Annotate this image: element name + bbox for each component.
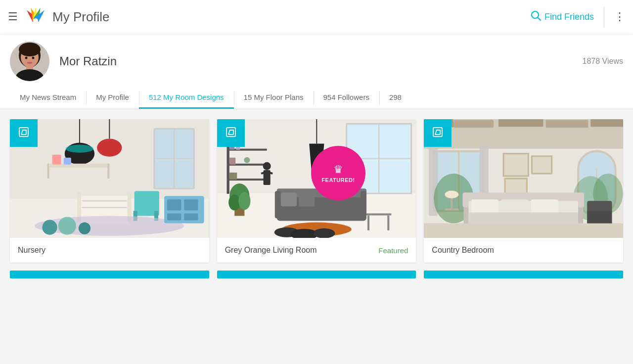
svg-rect-69 bbox=[229, 158, 235, 165]
svg-point-47 bbox=[79, 223, 90, 234]
svg-point-92 bbox=[238, 192, 250, 210]
svg-point-85 bbox=[313, 228, 335, 238]
featured-badge: ♛ FEATURED! bbox=[311, 146, 365, 200]
room-card-footer-bedroom: Country Bedroom bbox=[424, 238, 623, 263]
svg-rect-50 bbox=[184, 199, 198, 210]
svg-rect-124 bbox=[471, 199, 498, 213]
profile-name-area: Mor Ratzin bbox=[59, 54, 583, 68]
svg-rect-125 bbox=[501, 199, 528, 213]
svg-rect-17 bbox=[19, 128, 28, 136]
room-title-bedroom: Country Bedroom bbox=[432, 246, 494, 255]
room-image-nursery bbox=[10, 119, 209, 238]
room-image-bedroom bbox=[424, 119, 623, 238]
tab-following[interactable]: 298 bbox=[379, 87, 411, 109]
svg-rect-128 bbox=[445, 208, 459, 210]
svg-rect-96 bbox=[433, 128, 442, 136]
svg-rect-31 bbox=[47, 164, 49, 179]
svg-rect-71 bbox=[229, 173, 237, 180]
room-card-living: ♛ FEATURED! bbox=[217, 119, 416, 263]
tab-floor-plans[interactable]: 15 My Floor Plans bbox=[234, 87, 314, 109]
svg-rect-132 bbox=[588, 201, 612, 211]
room-card-footer-living: Grey Orange Living Room Featured bbox=[217, 238, 416, 263]
svg-rect-87 bbox=[367, 215, 369, 230]
svg-rect-32 bbox=[107, 164, 109, 179]
svg-point-29 bbox=[97, 138, 122, 156]
room-card-footer-nursery: Nursery bbox=[10, 238, 209, 263]
nav-divider bbox=[604, 7, 604, 27]
more-options-icon[interactable]: ⋮ bbox=[614, 10, 625, 23]
svg-rect-78 bbox=[274, 191, 280, 218]
svg-rect-52 bbox=[184, 213, 198, 220]
svg-rect-102 bbox=[454, 120, 494, 128]
partial-card-2 bbox=[217, 271, 416, 278]
svg-rect-80 bbox=[281, 192, 297, 206]
tab-my-profile[interactable]: My Profile bbox=[86, 87, 139, 109]
featured-label: Featured bbox=[378, 246, 408, 255]
svg-point-44 bbox=[35, 216, 184, 235]
svg-rect-135 bbox=[424, 224, 623, 238]
hamburger-icon[interactable]: ☰ bbox=[8, 10, 18, 23]
room-card-nursery: Nursery bbox=[10, 119, 209, 263]
svg-rect-81 bbox=[299, 192, 315, 206]
edit-bedroom-button[interactable] bbox=[424, 119, 452, 147]
app-logo bbox=[24, 5, 47, 29]
find-friends-label: Find Friends bbox=[544, 12, 594, 22]
svg-point-70 bbox=[244, 157, 250, 163]
svg-rect-34 bbox=[64, 158, 71, 165]
svg-rect-79 bbox=[361, 191, 366, 218]
room-image-living: ♛ FEATURED! bbox=[217, 119, 416, 238]
search-icon bbox=[531, 10, 542, 24]
top-nav: ☰ My Profile Find Friends bbox=[0, 0, 633, 34]
svg-rect-105 bbox=[591, 119, 623, 127]
svg-rect-49 bbox=[167, 199, 181, 210]
room-card-bedroom: Country Bedroom bbox=[424, 119, 623, 263]
svg-rect-41 bbox=[135, 191, 159, 201]
svg-line-7 bbox=[538, 17, 541, 20]
main-content: Nursery ♛ FEATURED! bbox=[0, 109, 633, 288]
svg-rect-118 bbox=[503, 154, 528, 176]
svg-point-45 bbox=[42, 220, 57, 235]
room-title-nursery: Nursery bbox=[18, 246, 45, 255]
tab-followers[interactable]: 954 Followers bbox=[314, 87, 379, 109]
svg-point-15 bbox=[32, 57, 35, 59]
svg-rect-104 bbox=[546, 120, 588, 128]
find-friends-button[interactable]: Find Friends bbox=[531, 10, 594, 24]
partial-card-1 bbox=[10, 271, 209, 278]
nav-right-actions: Find Friends ⋮ bbox=[531, 7, 625, 27]
profile-views: 1878 Views bbox=[583, 57, 623, 66]
edit-living-button[interactable] bbox=[217, 119, 245, 147]
edit-pen-icon bbox=[18, 127, 29, 140]
svg-point-14 bbox=[25, 57, 28, 59]
svg-rect-53 bbox=[226, 128, 235, 136]
svg-rect-33 bbox=[52, 155, 61, 165]
svg-point-11 bbox=[19, 43, 41, 56]
svg-rect-103 bbox=[498, 119, 543, 127]
profile-tabs: My News Stream My Profile 512 My Room De… bbox=[10, 87, 623, 109]
partial-cards-row bbox=[10, 271, 623, 278]
svg-rect-63 bbox=[227, 144, 229, 194]
profile-top: Mor Ratzin 1878 Views bbox=[10, 42, 623, 81]
room-title-living: Grey Orange Living Room bbox=[225, 246, 317, 255]
svg-rect-51 bbox=[167, 213, 181, 220]
svg-rect-86 bbox=[366, 213, 391, 215]
profile-name: Mor Ratzin bbox=[59, 54, 117, 68]
svg-rect-126 bbox=[531, 199, 558, 213]
featured-text: FEATURED! bbox=[321, 177, 355, 183]
edit-nursery-button[interactable] bbox=[10, 119, 38, 147]
svg-point-130 bbox=[445, 190, 459, 198]
svg-rect-119 bbox=[532, 156, 552, 174]
tab-news-stream[interactable]: My News Stream bbox=[10, 87, 86, 109]
svg-point-5 bbox=[33, 18, 38, 23]
svg-rect-88 bbox=[387, 215, 389, 230]
tab-room-designs[interactable]: 512 My Room Designs bbox=[139, 87, 234, 109]
avatar bbox=[10, 42, 49, 81]
featured-crown-icon: ♛ bbox=[333, 163, 343, 176]
svg-point-72 bbox=[263, 162, 271, 170]
edit-pen-icon-3 bbox=[432, 127, 443, 140]
room-grid: Nursery ♛ FEATURED! bbox=[10, 119, 623, 263]
svg-point-27 bbox=[66, 145, 93, 153]
partial-card-3 bbox=[424, 271, 623, 278]
profile-header: Mor Ratzin 1878 Views My News Stream My … bbox=[0, 34, 633, 109]
svg-point-46 bbox=[58, 217, 76, 235]
svg-point-16 bbox=[27, 62, 32, 64]
